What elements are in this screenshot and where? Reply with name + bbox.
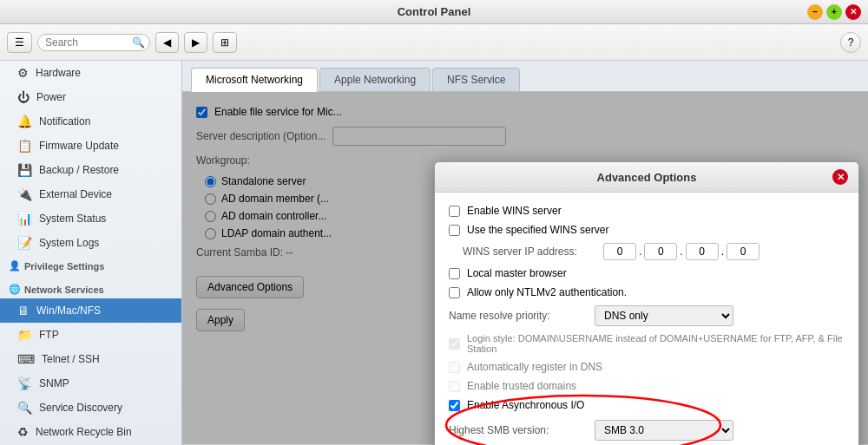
sidebar-item-backup[interactable]: 💾 Backup / Restore	[0, 158, 181, 182]
use-specified-wins-label: Use the specified WINS server	[467, 224, 608, 236]
nav-back-button[interactable]: ◀	[155, 32, 179, 53]
dialog-overlay: Advanced Options ✕ Enable WINS server	[182, 92, 868, 444]
sidebar: ⚙ Hardware ⏻ Power 🔔 Notification 📋 Firm…	[0, 61, 182, 445]
wins-ip-row: WINS server IP address: . . .	[463, 243, 845, 260]
grid-menu-button[interactable]: ⊞	[213, 32, 237, 53]
wins-ip-b[interactable]	[644, 243, 677, 260]
ntlmv2-checkbox[interactable]	[449, 287, 460, 298]
smb-version-row: Highest SMB version: SMB 3.0 SMB 2.1 SMB…	[449, 420, 845, 441]
enable-wins-checkbox[interactable]	[449, 206, 460, 217]
ntlmv2-row: Allow only NTLMv2 authentication.	[449, 286, 845, 298]
sidebar-item-label: Hardware	[36, 67, 81, 79]
sidebar-item-recycle[interactable]: ♻ Network Recycle Bin	[0, 420, 181, 444]
snmp-icon: 📡	[17, 376, 32, 390]
highlighted-section: Enable Asynchronous I/O Highest SMB vers…	[449, 399, 845, 441]
sidebar-item-notification[interactable]: 🔔 Notification	[0, 109, 181, 134]
logs-icon: 📝	[17, 236, 32, 250]
close-button[interactable]: ✕	[845, 4, 861, 20]
sidebar-item-external[interactable]: 🔌 External Device	[0, 182, 181, 206]
name-priority-row: Name resolve priority: DNS only WINS fir…	[449, 305, 845, 326]
wins-ip-label: WINS server IP address:	[463, 245, 602, 258]
content-panel: Enable file service for Mic... Server de…	[182, 92, 868, 444]
login-style-checkbox	[449, 338, 460, 350]
wins-ip-a[interactable]	[603, 243, 636, 260]
sidebar-item-hardware[interactable]: ⚙ Hardware	[0, 61, 181, 85]
sidebar-item-label: External Device	[39, 188, 112, 200]
sidebar-toggle-icon: ☰	[15, 36, 24, 49]
telnet-icon: ⌨	[17, 352, 35, 366]
sidebar-item-logs[interactable]: 📝 System Logs	[0, 231, 181, 255]
sidebar-item-firmware[interactable]: 📋 Firmware Update	[0, 134, 181, 158]
window-title: Control Panel	[398, 5, 471, 18]
async-io-row: Enable Asynchronous I/O	[449, 399, 845, 411]
sidebar-item-label: Service Discovery	[39, 402, 122, 414]
async-io-checkbox[interactable]	[449, 400, 460, 411]
privilege-settings-header[interactable]: 👤 Privilege Settings	[0, 255, 181, 275]
hardware-icon: ⚙	[17, 66, 29, 80]
tab-bar: Microsoft Networking Apple Networking NF…	[182, 61, 868, 92]
wins-ip-dot-3: .	[721, 245, 724, 258]
wins-ip-c[interactable]	[686, 243, 719, 260]
sidebar-item-label: SNMP	[39, 377, 69, 389]
search-box[interactable]: 🔍	[37, 34, 150, 51]
backup-icon: 💾	[17, 163, 32, 177]
sidebar-item-winmac[interactable]: 🖥 Win/Mac/NFS	[0, 298, 181, 323]
local-master-checkbox[interactable]	[449, 268, 460, 279]
toolbar: ☰ 🔍 ◀ ▶ ⊞ ?	[0, 24, 868, 61]
sidebar-item-telnet[interactable]: ⌨ Telnet / SSH	[0, 347, 181, 371]
notification-icon: 🔔	[17, 115, 32, 128]
advanced-options-dialog: Advanced Options ✕ Enable WINS server	[434, 161, 859, 445]
tab-nfs[interactable]: NFS Service	[432, 68, 520, 91]
recycle-icon: ♻	[17, 425, 29, 439]
name-priority-label: Name resolve priority:	[449, 310, 588, 322]
title-bar: Control Panel – + ✕	[0, 0, 868, 24]
trusted-domains-label: Enable trusted domains	[467, 380, 576, 392]
help-button[interactable]: ?	[840, 32, 861, 53]
main-layout: ⚙ Hardware ⏻ Power 🔔 Notification 📋 Firm…	[0, 61, 868, 445]
sidebar-item-label: Notification	[39, 115, 90, 128]
use-specified-wins-checkbox[interactable]	[449, 225, 460, 236]
external-icon: 🔌	[17, 187, 32, 201]
minimize-button[interactable]: –	[807, 4, 823, 20]
content-area: Microsoft Networking Apple Networking NF…	[182, 61, 868, 445]
discovery-icon: 🔍	[17, 401, 32, 415]
dialog-body: Enable WINS server Use the specified WIN…	[435, 193, 858, 445]
tab-microsoft[interactable]: Microsoft Networking	[191, 68, 318, 92]
sidebar-item-power[interactable]: ⏻ Power	[0, 85, 181, 109]
sidebar-item-status[interactable]: 📊 System Status	[0, 206, 181, 231]
smb-version-label: Highest SMB version:	[449, 424, 588, 436]
search-icon: 🔍	[132, 36, 145, 49]
sidebar-item-label: Telnet / SSH	[42, 353, 100, 365]
power-icon: ⏻	[17, 90, 30, 104]
login-style-label: Login style: DOMAIN\USERNAME instead of …	[467, 333, 845, 354]
enable-wins-label: Enable WINS server	[467, 205, 562, 217]
login-style-row: Login style: DOMAIN\USERNAME instead of …	[449, 333, 845, 354]
sidebar-item-discovery[interactable]: 🔍 Service Discovery	[0, 396, 181, 420]
sidebar-item-label: Power	[36, 91, 66, 103]
auto-register-row: Automatically register in DNS	[449, 361, 845, 373]
wins-ip-d[interactable]	[727, 243, 760, 260]
name-priority-select[interactable]: DNS only WINS first Broadcast first	[595, 305, 733, 326]
privilege-settings-icon: 👤	[9, 260, 21, 272]
sidebar-item-label: Network Recycle Bin	[36, 426, 132, 438]
tab-apple[interactable]: Apple Networking	[319, 68, 431, 91]
network-services-header[interactable]: 🌐 Network Services	[0, 278, 181, 298]
smb-version-select[interactable]: SMB 3.0 SMB 2.1 SMB 2.0 SMB 1.0	[595, 420, 733, 441]
nav-forward-button[interactable]: ▶	[184, 32, 207, 53]
dialog-header: Advanced Options ✕	[435, 162, 858, 193]
nav-forward-icon: ▶	[192, 36, 200, 49]
grid-menu-icon: ⊞	[220, 36, 229, 49]
status-icon: 📊	[17, 212, 32, 226]
winmac-icon: 🖥	[17, 304, 30, 317]
sidebar-item-snmp[interactable]: 📡 SNMP	[0, 371, 181, 396]
network-services-icon: 🌐	[9, 284, 21, 295]
maximize-button[interactable]: +	[826, 4, 842, 20]
async-io-label: Enable Asynchronous I/O	[467, 399, 584, 411]
sidebar-item-ftp[interactable]: 📁 FTP	[0, 323, 181, 347]
search-input[interactable]	[45, 36, 132, 49]
dialog-title: Advanced Options	[461, 171, 832, 184]
sidebar-toggle-button[interactable]: ☰	[7, 32, 32, 53]
enable-wins-row: Enable WINS server	[449, 205, 845, 217]
dialog-close-button[interactable]: ✕	[832, 169, 848, 185]
wins-ip-dot-2: .	[680, 245, 682, 258]
